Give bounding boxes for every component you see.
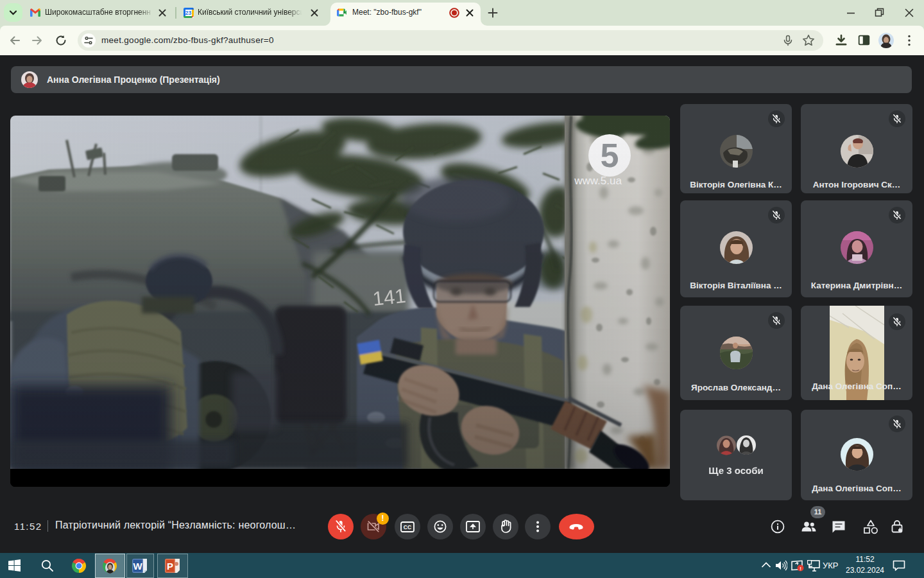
svg-text:!: ! [800, 566, 801, 572]
svg-text:23: 23 [185, 10, 192, 16]
svg-text:CC: CC [404, 524, 411, 530]
svg-text:P: P [167, 561, 173, 572]
svg-text:W: W [133, 561, 142, 572]
